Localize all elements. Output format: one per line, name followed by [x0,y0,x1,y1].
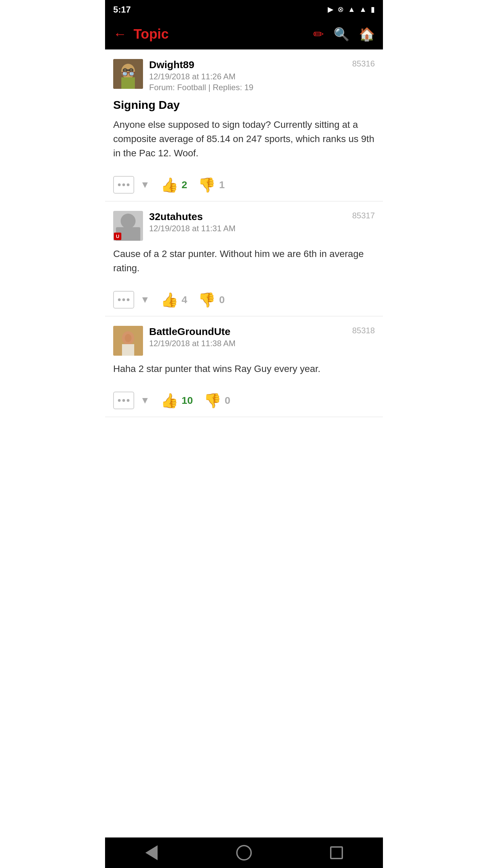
thumbs-down-icon: 👎 [198,292,216,308]
reply-button[interactable] [113,392,134,409]
comment-dots [118,399,129,402]
svg-point-5 [129,68,133,72]
post-meta: 32utahutes 12/19/2018 at 11:31 AM [149,211,352,233]
dislike-button[interactable]: 👎 0 [198,292,225,308]
avatar-head [121,214,136,229]
post-item: Dwight89 12/19/2018 at 11:26 AM Forum: F… [105,50,383,201]
dislike-count: 0 [219,294,225,305]
status-bar: 5:17 ▶ ⊗ ▲ ▲ ▮ [105,0,383,19]
reply-button[interactable] [113,291,134,309]
post-header: BattleGroundUte 12/19/2018 at 11:38 AM 8… [113,326,375,356]
thumbs-up-icon: 👍 [161,392,178,409]
status-icons: ▶ ⊗ ▲ ▲ ▮ [328,5,375,14]
like-count: 4 [182,294,187,305]
svg-point-10 [125,334,131,342]
svg-point-4 [123,68,127,72]
post-date: 12/19/2018 at 11:31 AM [149,224,352,233]
avatar-badge: U [114,233,121,240]
thumbs-down-icon: 👎 [198,177,216,193]
dot-1 [118,183,121,186]
search-icon[interactable]: 🔍 [333,27,349,42]
avatar [113,326,143,356]
like-count: 2 [182,179,187,191]
svg-point-1 [121,64,135,79]
thumbs-up-icon: 👍 [161,177,178,193]
edit-icon[interactable]: ✏ [313,27,324,42]
reply-button[interactable] [113,176,134,194]
avatar [113,59,143,89]
back-button[interactable]: ← [113,26,127,42]
post-username: BattleGroundUte [149,326,352,337]
battery-icon: ▮ [371,5,375,14]
more-options-button[interactable]: ▼ [140,294,150,305]
post-forum: Forum: Football | Replies: 19 [149,83,352,92]
post-body: Cause of a 2 star punter. Without him we… [113,247,375,275]
post-actions: ▼ 👍 2 👎 1 [113,170,375,201]
like-button[interactable]: 👍 2 [161,177,187,193]
comment-dots [118,298,129,301]
content-area: Dwight89 12/19/2018 at 11:26 AM Forum: F… [105,50,383,448]
post-actions: ▼ 👍 4 👎 0 [113,285,375,316]
thumbs-down-icon: 👎 [204,392,221,409]
like-button[interactable]: 👍 4 [161,292,187,308]
post-item: BattleGroundUte 12/19/2018 at 11:38 AM 8… [105,316,383,417]
play-icon: ▶ [328,5,333,14]
dot-3 [127,183,129,186]
post-header: U 32utahutes 12/19/2018 at 11:31 AM 8531… [113,211,375,241]
status-time: 5:17 [113,4,131,15]
post-username: 32utahutes [149,211,352,222]
svg-rect-3 [123,69,134,71]
app-bar: ← Topic ✏ 🔍 🏠 [105,19,383,50]
more-options-button[interactable]: ▼ [140,395,150,406]
page-title: Topic [134,26,313,42]
like-count: 10 [182,395,193,406]
dislike-button[interactable]: 👎 0 [204,392,230,409]
post-body: Haha 2 star punter that wins Ray Guy eve… [113,362,375,376]
dot-3 [127,399,129,402]
dot-1 [118,298,121,301]
like-button[interactable]: 👍 10 [161,392,193,409]
post-title: Signing Day [113,98,375,112]
post-header: Dwight89 12/19/2018 at 11:26 AM Forum: F… [113,59,375,92]
post-body: Anyone else supposed to sign today? Curr… [113,118,375,160]
post-actions: ▼ 👍 10 👎 0 [113,386,375,417]
dislike-count: 1 [219,179,225,191]
post-item: U 32utahutes 12/19/2018 at 11:31 AM 8531… [105,201,383,316]
dot-2 [122,298,125,301]
thumbs-up-icon: 👍 [161,292,178,308]
svg-rect-9 [122,344,134,356]
dislike-button[interactable]: 👎 1 [198,177,225,193]
svg-rect-2 [121,77,135,89]
dot-2 [122,183,125,186]
post-id: 85317 [352,211,375,220]
app-bar-actions: ✏ 🔍 🏠 [313,27,375,42]
wifi-icon: ▲ [348,5,355,14]
dot-2 [122,399,125,402]
dot-3 [127,298,129,301]
post-id: 85318 [352,326,375,335]
post-meta: BattleGroundUte 12/19/2018 at 11:38 AM [149,326,352,348]
avatar: U [113,211,143,241]
post-date: 12/19/2018 at 11:26 AM [149,72,352,81]
signal-icon: ▲ [359,5,367,14]
comment-dots [118,183,129,186]
more-options-button[interactable]: ▼ [140,179,150,190]
home-icon[interactable]: 🏠 [359,27,375,42]
post-id: 85316 [352,59,375,68]
minus-circle-icon: ⊗ [338,5,344,14]
post-date: 12/19/2018 at 11:38 AM [149,339,352,348]
post-meta: Dwight89 12/19/2018 at 11:26 AM Forum: F… [149,59,352,92]
post-username: Dwight89 [149,59,352,71]
dislike-count: 0 [225,395,230,406]
dot-1 [118,399,121,402]
